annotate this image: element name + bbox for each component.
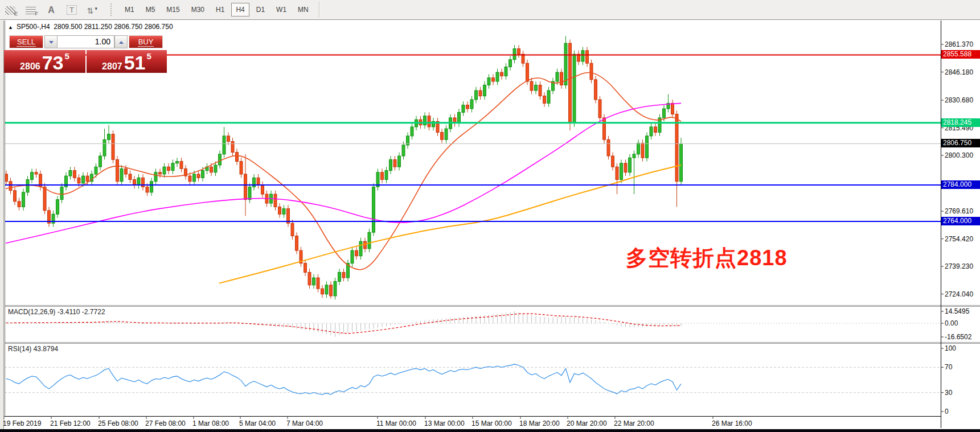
rsi-label: RSI(14) 43.8794	[8, 345, 58, 353]
time-tick-label: 1 Mar 08:00	[192, 419, 229, 427]
timeframe-h4[interactable]: H4	[231, 3, 249, 17]
time-tick-label: 25 Feb 08:00	[98, 419, 138, 427]
time-tick-label: 18 Mar 20:00	[519, 419, 560, 427]
window-left-edge	[0, 20, 4, 432]
price-badge-2784.000: 2784.000	[941, 180, 980, 189]
time-tick-label: 11 Mar 00:00	[376, 419, 416, 427]
sell-price-sup: 5	[65, 51, 69, 61]
text-box-icon[interactable]: T	[63, 3, 80, 17]
arrange-arrows-icon[interactable]: ⇅▾	[84, 2, 101, 18]
price-badge-2818.245: 2818.245	[941, 118, 980, 127]
window-bottom-edge	[0, 429, 980, 432]
timeframe-d1[interactable]: D1	[252, 3, 269, 17]
ma-slow-line[interactable]	[219, 165, 681, 283]
volume-increase-button[interactable]	[114, 35, 128, 48]
time-tick-label: 27 Feb 08:00	[145, 419, 186, 427]
text-label-icon[interactable]: A	[43, 2, 60, 18]
dropdown-caret-icon[interactable]: ▾	[95, 6, 98, 15]
sell-price-prefix: 2806	[20, 62, 40, 71]
time-tick-label: 13 Mar 00:00	[424, 419, 465, 427]
chart-annotation-text: 多空转折点2818	[626, 244, 788, 273]
macd-label: MACD(12,26,9) -3.4110 -2.7722	[8, 308, 105, 316]
timeframe-h1[interactable]: H1	[211, 3, 229, 17]
toolbar-grip[interactable]	[110, 3, 113, 16]
buy-price-panel[interactable]: 2807515	[87, 50, 167, 73]
volume-decrease-button[interactable]	[44, 35, 58, 48]
price-tick-2830.680: 2830.680	[945, 96, 973, 104]
toolbar-separator	[319, 2, 319, 18]
time-tick-label: 21 Feb 12:00	[50, 419, 91, 427]
objects-list-icon[interactable]: F	[22, 3, 39, 17]
timeframe-m30[interactable]: M30	[187, 3, 209, 17]
buy-price-sup: 5	[147, 51, 151, 61]
rsi-tick-30: 30	[945, 389, 952, 397]
time-tick-label: 22 Mar 20:00	[614, 419, 654, 427]
sell-price-big: 73	[42, 55, 64, 71]
volume-input[interactable]: 1.00	[57, 35, 114, 48]
buy-button[interactable]: BUY	[129, 35, 163, 48]
macd-values: -3.4110 -2.7722	[58, 308, 105, 316]
candles	[5, 36, 683, 299]
time-tick-label: 20 Mar 20:00	[567, 419, 607, 427]
macd-tick-14.5495: 14.5495	[945, 307, 969, 315]
price-tick-2846.180: 2846.180	[945, 68, 973, 76]
price-tick-2800.300: 2800.300	[945, 151, 973, 159]
one-click-trading-panel: SELL 1.00 BUY 2806735 2807515	[4, 35, 167, 73]
triangle-down-icon	[49, 41, 54, 44]
price-tick-2724.040: 2724.040	[945, 290, 973, 298]
price-badge-2806.750: 2806.750	[941, 139, 980, 147]
timeframe-m15[interactable]: M15	[162, 3, 184, 17]
price-tick-2769.610: 2769.610	[945, 207, 973, 215]
rsi-tick-0: 0	[945, 408, 949, 415]
toolbar: E F A T ⇅▾ M1 M5 M15 M30 H1 H4 D1 W1 MN	[0, 0, 980, 20]
chart-title: ▲SP500-,H4 2809.500 2811.250 2806.750 28…	[8, 23, 173, 31]
price-tick-2861.370: 2861.370	[945, 40, 973, 48]
rsi-pane	[5, 364, 941, 394]
rsi-tick-70: 70	[945, 363, 952, 371]
ma-fast-line[interactable]	[6, 72, 681, 269]
macd-tick-0.00: 0.00	[945, 319, 958, 327]
indicators-icon[interactable]: E	[2, 3, 19, 17]
time-tick-label: 7 Mar 04:00	[286, 419, 323, 427]
rsi-tick-100: 100	[945, 344, 956, 352]
timeframe-mn[interactable]: MN	[293, 3, 313, 17]
chart-ohlc-values: 2809.500 2811.250 2806.750 2806.750	[54, 23, 173, 31]
price-tick-2739.230: 2739.230	[945, 262, 973, 270]
timeframe-m5[interactable]: M5	[141, 3, 160, 17]
time-tick-label: 19 Feb 2019	[3, 419, 41, 427]
time-tick-label: 26 Mar 16:00	[712, 419, 752, 427]
collapse-quote-icon[interactable]: ▲	[8, 24, 13, 30]
sell-button[interactable]: SELL	[9, 35, 43, 48]
price-tick-2754.420: 2754.420	[945, 235, 973, 243]
buy-price-prefix: 2807	[102, 62, 122, 71]
price-badge-2855.588: 2855.588	[941, 50, 980, 59]
macd-tick--16.6502: -16.6502	[945, 333, 971, 341]
timeframe-w1[interactable]: W1	[272, 3, 291, 17]
price-badge-2764.000: 2764.000	[941, 217, 980, 225]
timeframe-m1[interactable]: M1	[120, 3, 139, 17]
buy-price-big: 51	[124, 55, 146, 71]
sell-price-panel[interactable]: 2806735	[4, 50, 85, 73]
chart-symbol: SP500-,H4	[17, 23, 50, 31]
rsi-value: 43.8794	[34, 345, 58, 353]
macd-pane	[5, 311, 941, 337]
triangle-up-icon	[119, 41, 124, 44]
time-tick-label: 15 Mar 00:00	[471, 419, 512, 427]
time-tick-label: 5 Mar 04:00	[239, 419, 276, 427]
ma-mid-line[interactable]	[6, 103, 681, 243]
